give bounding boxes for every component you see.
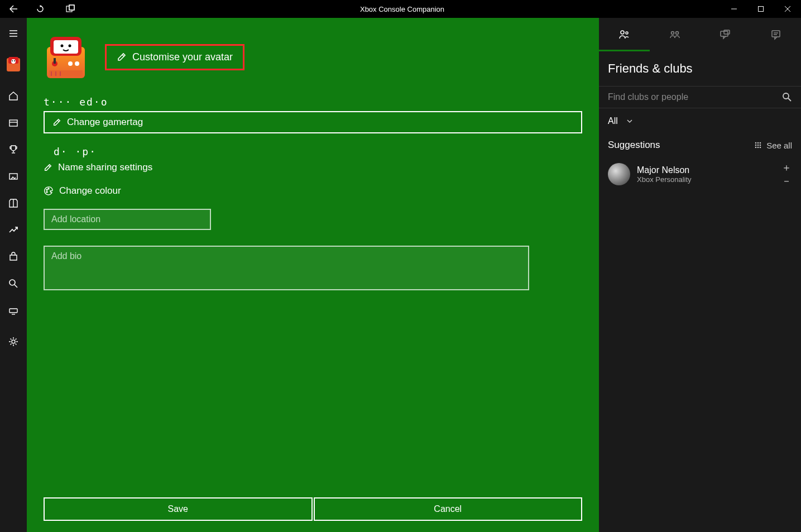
- minimize-button[interactable]: [721, 0, 747, 18]
- svg-point-43: [48, 188, 49, 189]
- change-colour-button[interactable]: Change colour: [44, 185, 582, 196]
- titlebar: Xbox Console Companion: [0, 0, 801, 18]
- sidebar: [0, 18, 27, 532]
- grid-icon: [754, 141, 762, 149]
- friends-heading: Friends & clubs: [599, 51, 801, 86]
- search-icon[interactable]: [782, 92, 792, 102]
- filter-label: All: [608, 116, 618, 126]
- svg-point-34: [75, 61, 79, 66]
- sidebar-settings[interactable]: [0, 328, 27, 355]
- svg-rect-19: [9, 174, 17, 179]
- svg-point-59: [755, 145, 757, 146]
- svg-point-47: [671, 32, 674, 35]
- svg-point-64: [760, 147, 761, 148]
- tab-friends[interactable]: [599, 18, 650, 51]
- tab-activity[interactable]: [751, 18, 802, 51]
- sidebar-achievements[interactable]: [0, 136, 27, 163]
- svg-rect-51: [772, 31, 780, 37]
- svg-point-25: [12, 340, 15, 343]
- pencil-icon: [117, 52, 127, 62]
- right-panel: Friends & clubs All Suggestions See all …: [599, 18, 801, 532]
- realname-display: d· ·p·: [54, 146, 582, 157]
- refresh-button[interactable]: [27, 0, 54, 18]
- search-input[interactable]: [608, 92, 782, 102]
- svg-line-22: [15, 285, 17, 287]
- sidebar-home[interactable]: [0, 83, 27, 109]
- customise-avatar-label: Customise your avatar: [132, 51, 233, 63]
- sidebar-connection[interactable]: [0, 297, 27, 324]
- svg-line-55: [788, 98, 791, 101]
- svg-point-56: [755, 142, 757, 144]
- main-content: Customise your avatar t··· ed·o Change g…: [27, 18, 599, 532]
- sidebar-search[interactable]: [0, 270, 27, 297]
- change-colour-label: Change colour: [59, 185, 121, 196]
- bio-input[interactable]: [44, 246, 529, 290]
- hamburger-menu[interactable]: [0, 20, 27, 47]
- svg-point-60: [757, 145, 759, 146]
- sidebar-clubs[interactable]: [0, 190, 27, 217]
- suggestion-name: Major Nelson: [637, 165, 774, 175]
- svg-point-33: [68, 61, 73, 66]
- chevron-down-icon: [626, 117, 634, 125]
- svg-line-40: [57, 120, 59, 122]
- see-all-label: See all: [766, 141, 792, 150]
- search-row: [599, 86, 801, 108]
- see-all-button[interactable]: See all: [754, 141, 792, 150]
- svg-rect-4: [759, 7, 764, 12]
- location-input[interactable]: [44, 209, 211, 230]
- svg-point-21: [9, 280, 15, 285]
- svg-point-62: [755, 147, 757, 148]
- suggestions-heading: Suggestions: [608, 140, 660, 151]
- svg-line-39: [122, 55, 124, 56]
- gamertag-display: t··· ed·o: [44, 96, 582, 108]
- svg-rect-23: [9, 309, 17, 313]
- svg-rect-35: [49, 70, 83, 76]
- suggestion-desc: Xbox Personality: [637, 175, 774, 184]
- save-button[interactable]: Save: [44, 497, 313, 521]
- suggestion-item[interactable]: Major Nelson Xbox Personality ＋ －: [599, 156, 801, 192]
- svg-point-63: [757, 147, 759, 148]
- sidebar-trending[interactable]: [0, 217, 27, 243]
- svg-point-54: [783, 93, 789, 99]
- svg-point-45: [621, 31, 624, 34]
- svg-rect-1: [69, 5, 74, 10]
- svg-point-61: [760, 145, 761, 146]
- dismiss-suggestion-button[interactable]: －: [781, 175, 792, 186]
- tab-messages[interactable]: [700, 18, 751, 51]
- sidebar-profile[interactable]: [0, 51, 27, 78]
- pencil-icon: [44, 163, 52, 172]
- svg-point-30: [69, 45, 71, 47]
- pencil-icon: [52, 118, 61, 127]
- svg-point-46: [626, 32, 628, 34]
- filter-dropdown[interactable]: All: [599, 108, 801, 134]
- palette-icon: [44, 186, 54, 196]
- suggestion-avatar: [608, 163, 630, 185]
- customise-avatar-button[interactable]: Customise your avatar: [105, 44, 244, 70]
- svg-point-58: [760, 142, 761, 144]
- back-button[interactable]: [0, 0, 27, 18]
- svg-line-41: [49, 165, 50, 167]
- svg-point-14: [14, 60, 15, 61]
- add-friend-button[interactable]: ＋: [781, 162, 792, 173]
- sidebar-library[interactable]: [0, 109, 27, 136]
- svg-rect-15: [9, 120, 17, 126]
- avatar: [44, 35, 88, 79]
- window-title: Xbox Console Companion: [84, 5, 721, 13]
- svg-point-29: [61, 45, 64, 47]
- sidebar-store[interactable]: [0, 243, 27, 270]
- sidebar-captures[interactable]: [0, 163, 27, 190]
- svg-point-57: [757, 142, 759, 144]
- svg-point-12: [11, 59, 16, 64]
- svg-point-42: [46, 189, 47, 190]
- change-gamertag-button[interactable]: Change gamertag: [44, 111, 582, 133]
- svg-rect-32: [54, 58, 56, 64]
- svg-point-48: [675, 32, 678, 35]
- name-sharing-button[interactable]: Name sharing settings: [44, 162, 582, 173]
- tab-parties[interactable]: [650, 18, 701, 51]
- svg-rect-50: [724, 30, 730, 34]
- close-button[interactable]: [774, 0, 801, 18]
- svg-point-44: [46, 191, 47, 193]
- maximize-button[interactable]: [747, 0, 774, 18]
- record-button[interactable]: [57, 0, 84, 18]
- cancel-button[interactable]: Cancel: [314, 497, 583, 521]
